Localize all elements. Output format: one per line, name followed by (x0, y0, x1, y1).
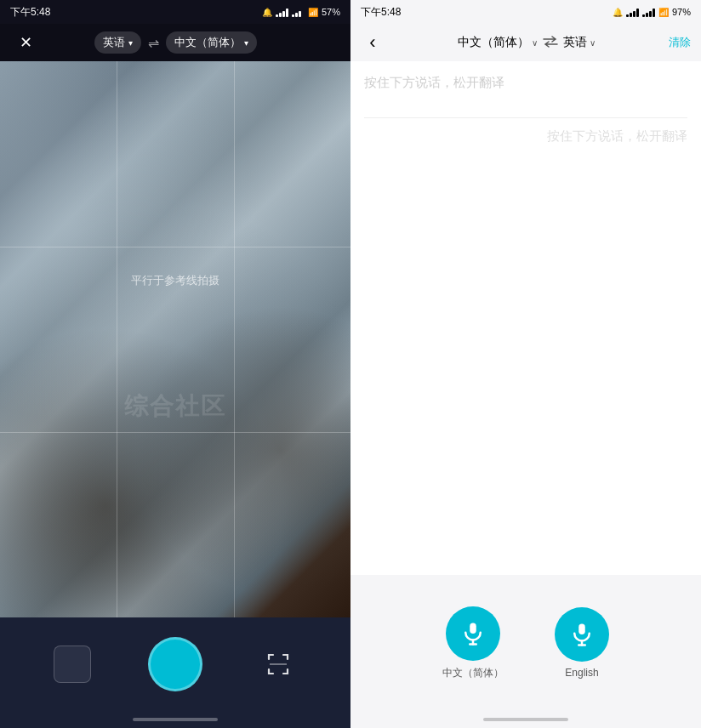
translate-content: 按住下方说话，松开翻译 按住下方说话，松开翻译 (350, 61, 701, 575)
time-right: 下午5:48 (361, 5, 401, 20)
source-lang-right[interactable]: 中文（简体） ∨ (458, 35, 538, 50)
back-button[interactable]: ‹ (361, 31, 385, 54)
phone-right: 下午5:48 🔔 📶 97% ‹ 中文（简体） ∨ (350, 0, 701, 728)
home-indicator-right (350, 711, 701, 728)
source-lang-label-right: 中文（简体） (458, 35, 529, 50)
translate-header: ‹ 中文（简体） ∨ 英语 ∨ 清除 (350, 24, 701, 61)
time-left: 下午5:48 (10, 5, 50, 20)
alarm-icon-right: 🔔 (613, 8, 623, 17)
voice-button-english[interactable] (555, 607, 609, 662)
voice-label-chinese: 中文（简体） (442, 666, 504, 680)
source-lang-label: 英语 (103, 35, 125, 50)
microphone-icon-english (569, 622, 595, 647)
voice-btn-english-container: English (555, 607, 609, 679)
status-icons-right: 🔔 📶 97% (613, 7, 691, 17)
phone-left: 下午5:48 🔔 📶 57% ✕ 英语 ▾ ⇌ (0, 0, 350, 728)
microphone-icon-chinese (460, 621, 486, 646)
source-lang-arrow: ▾ (128, 38, 133, 48)
grid-line-v1 (117, 61, 117, 617)
grid-line-h1 (0, 247, 350, 247)
placeholder-bottom: 按住下方说话，松开翻译 (364, 128, 687, 145)
swap-icon-left: ⇌ (148, 35, 159, 51)
home-bar-right (483, 718, 568, 721)
target-lang-chip[interactable]: 中文（简体） ▾ (166, 31, 257, 54)
placeholder-top: 按住下方说话，松开翻译 (364, 75, 687, 91)
wifi-icon-left: 📶 (308, 8, 318, 17)
translate-lang-selector: 中文（简体） ∨ 英语 ∨ (391, 35, 662, 50)
translate-input-area: 按住下方说话，松开翻译 按住下方说话，松开翻译 (364, 75, 687, 561)
home-indicator-left (0, 711, 350, 728)
camera-lang-selector: 英语 ▾ ⇌ 中文（简体） ▾ (94, 31, 257, 54)
svg-rect-4 (578, 624, 585, 635)
target-lang-arrow: ▾ (244, 38, 248, 48)
voice-buttons-row: 中文（简体） English (442, 606, 609, 680)
target-lang-label: 中文（简体） (174, 35, 241, 50)
status-bar-left: 下午5:48 🔔 📶 57% (0, 0, 350, 24)
voice-btn-chinese-container: 中文（简体） (442, 606, 504, 680)
source-lang-chip[interactable]: 英语 ▾ (94, 31, 141, 54)
battery-left: 57% (322, 7, 340, 17)
status-icons-left: 🔔 📶 57% (262, 7, 340, 17)
target-lang-label-right: 英语 (563, 35, 587, 50)
camera-hint: 平行于参考线拍摄 (131, 273, 219, 288)
watermark: 综合社区 (124, 390, 226, 423)
signal-bars-left (276, 7, 288, 17)
gallery-thumbnail[interactable] (54, 646, 91, 683)
shutter-inner (153, 642, 197, 686)
signal-bars-right (626, 7, 639, 17)
grid-line-h2 (0, 432, 350, 433)
source-arrow-right: ∨ (532, 38, 538, 48)
target-arrow-right: ∨ (590, 38, 596, 48)
camera-header: ✕ 英语 ▾ ⇌ 中文（简体） ▾ (0, 24, 350, 61)
shutter-button[interactable] (148, 637, 202, 691)
grid-line-v2 (234, 61, 235, 617)
camera-controls (0, 617, 350, 711)
signal-bars-left2 (292, 7, 305, 17)
svg-rect-1 (470, 623, 476, 634)
lang-divider: ⇌ (148, 35, 159, 51)
scan-icon (266, 652, 290, 676)
target-lang-right[interactable]: 英语 ∨ (563, 35, 596, 50)
alarm-icon: 🔔 (262, 8, 272, 17)
wifi-icon-right: 📶 (658, 8, 669, 17)
camera-viewfinder: 平行于参考线拍摄 综合社区 (0, 61, 350, 617)
voice-controls: 中文（简体） English (350, 575, 701, 711)
home-bar-left (133, 718, 218, 721)
voice-button-chinese[interactable] (446, 606, 500, 661)
grid-overlay (0, 61, 350, 617)
clear-button[interactable]: 清除 (669, 35, 691, 50)
battery-right: 97% (672, 7, 691, 17)
close-button[interactable]: ✕ (14, 31, 37, 54)
signal-bars-right2 (642, 7, 655, 17)
status-bar-right: 下午5:48 🔔 📶 97% (350, 0, 701, 24)
voice-label-english: English (565, 667, 598, 679)
swap-button-right[interactable] (543, 36, 558, 50)
scan-button[interactable] (259, 646, 297, 683)
